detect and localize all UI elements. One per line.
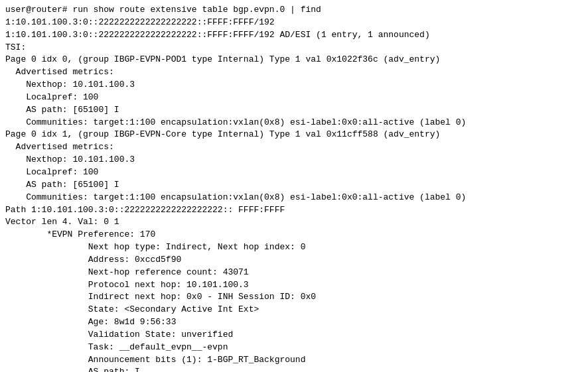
- terminal-line: Vector len 4. Val: 0 1: [5, 216, 583, 229]
- terminal-line: TSI:: [5, 42, 583, 54]
- terminal-line: Age: 8w1d 9:56:33: [5, 316, 583, 329]
- terminal-line: Path 1:10.101.100.3:0::22222222222222222…: [5, 204, 583, 217]
- terminal-line: *EVPN Preference: 170: [5, 229, 583, 241]
- terminal-line: Nexthop: 10.101.100.3: [5, 79, 583, 92]
- terminal-output: user@router# run show route extensive ta…: [0, 0, 588, 372]
- terminal-line: Next hop type: Indirect, Next hop index:…: [5, 241, 583, 254]
- terminal-line: user@router# run show route extensive ta…: [5, 4, 583, 17]
- terminal-line: Nexthop: 10.101.100.3: [5, 154, 583, 166]
- terminal-line: Address: 0xccd5f90: [5, 254, 583, 267]
- terminal-line: Localpref: 100: [5, 92, 583, 104]
- terminal-line: Announcement bits (1): 1-BGP_RT_Backgrou…: [5, 354, 583, 367]
- terminal-line: Localpref: 100: [5, 166, 583, 179]
- terminal-line: Indirect next hop: 0x0 - INH Session ID:…: [5, 291, 583, 304]
- terminal-line: 1:10.101.100.3:0::2222222222222222222::F…: [5, 17, 583, 29]
- terminal-line: State: <Secondary Active Int Ext>: [5, 304, 583, 316]
- terminal-line: Advertised metrics:: [5, 66, 583, 79]
- terminal-line: 1:10.101.100.3:0::2222222222222222222::F…: [5, 29, 583, 42]
- terminal-line: AS path: I: [5, 366, 583, 372]
- terminal-line: Next-hop reference count: 43071: [5, 267, 583, 279]
- terminal-line: Page 0 idx 0, (group IBGP-EVPN-POD1 type…: [5, 54, 583, 66]
- terminal-line: Communities: target:1:100 encapsulation:…: [5, 192, 583, 204]
- terminal-line: Page 0 idx 1, (group IBGP-EVPN-Core type…: [5, 129, 583, 141]
- terminal-line: AS path: [65100] I: [5, 104, 583, 117]
- terminal-line: Task: __default_evpn__-evpn: [5, 341, 583, 354]
- terminal-line: Protocol next hop: 10.101.100.3: [5, 279, 583, 292]
- terminal-line: Advertised metrics:: [5, 141, 583, 154]
- terminal-line: Communities: target:1:100 encapsulation:…: [5, 117, 583, 129]
- terminal-line: AS path: [65100] I: [5, 179, 583, 192]
- terminal-line: Validation State: unverified: [5, 329, 583, 341]
